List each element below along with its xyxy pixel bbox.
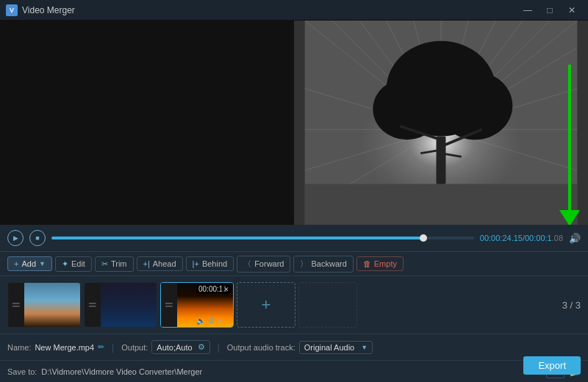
svg-rect-23 <box>437 137 446 184</box>
main-area: ▶ ■ 00:00:24.15/00:00:1.08 🔊 + Add ▼ ✦ E… <box>0 21 588 382</box>
clip-cut-icon[interactable]: ✂ <box>218 317 223 325</box>
close-button[interactable]: ✕ <box>562 0 582 21</box>
clip-row: ⏸ ⏸ ⏸ <box>0 276 588 334</box>
playback-row: ▶ ■ 00:00:24.15/00:00:1.08 🔊 <box>0 225 588 251</box>
clip-thumbnail: ⏸ 00:00:11 ✕ 🔉 ⚙ ✂ <box>161 283 233 327</box>
timeline-progress <box>51 237 423 239</box>
audio-select[interactable]: Original Audio ▼ <box>299 341 373 354</box>
edit-button[interactable]: ✦ Edit <box>55 256 92 272</box>
audio-field: Output audio track: Original Audio ▼ <box>227 341 373 354</box>
volume-icon[interactable]: 🔊 <box>569 233 581 244</box>
clip-settings-icon[interactable]: ⚙ <box>208 317 215 325</box>
clip-icon-area: ⏸ <box>85 283 101 327</box>
saveto-path: D:\Vidmore\Vidmore Video Converter\Merge… <box>41 367 542 376</box>
app-title: Video Merger <box>22 5 517 15</box>
svg-rect-22 <box>305 184 578 225</box>
audio-label: Output audio track: <box>227 343 295 352</box>
clip-icon-area: ⏸ <box>161 283 177 327</box>
saveto-label: Save to: <box>7 367 37 376</box>
timeline-bar[interactable] <box>51 237 474 239</box>
green-arrow <box>559 65 581 225</box>
clip-bg-sunset: 00:00:11 ✕ 🔉 ⚙ ✂ <box>177 283 233 327</box>
add-button[interactable]: + Add ▼ <box>7 256 52 271</box>
clip-volume-icon[interactable]: 🔉 <box>196 317 205 325</box>
ahead-icon: +| <box>143 259 150 268</box>
name-value: New Merge.mp4 <box>35 343 94 352</box>
name-label: Name: <box>7 343 31 352</box>
clip-item-selected[interactable]: ⏸ 00:00:11 ✕ 🔉 ⚙ ✂ <box>160 282 234 328</box>
clip-actions: 🔉 ⚙ ✂ <box>196 317 223 325</box>
trim-icon: ✂ <box>101 259 108 269</box>
toolbar-row: + Add ▼ ✦ Edit ✂ Trim +| Ahead |+ Behind… <box>0 251 588 276</box>
svg-point-25 <box>373 79 441 140</box>
edit-icon: ✦ <box>62 259 68 269</box>
saveto-row: Save to: D:\Vidmore\Vidmore Video Conver… <box>0 360 588 382</box>
maximize-button[interactable]: □ <box>539 0 560 21</box>
window-controls: — □ ✕ <box>517 0 582 21</box>
arrow-line <box>568 65 571 210</box>
clip-item[interactable]: ⏸ <box>7 282 81 328</box>
empty-button[interactable]: 🗑 Empty <box>356 256 404 271</box>
controls-area: ▶ ■ 00:00:24.15/00:00:1.08 🔊 + Add ▼ ✦ E… <box>0 225 588 382</box>
clip-count: 3 / 3 <box>562 300 581 311</box>
timeline-thumb[interactable] <box>420 234 427 242</box>
clip-thumbnail: ⏸ <box>8 283 80 327</box>
dropdown-icon: ▼ <box>361 344 368 351</box>
behind-icon: |+ <box>193 259 199 268</box>
film-icon: ⏸ <box>10 300 22 310</box>
ahead-button[interactable]: +| Ahead <box>137 256 183 271</box>
add-dropdown-icon: ▼ <box>39 260 46 267</box>
time-display: 00:00:24.15/00:00:1.08 <box>480 234 563 242</box>
clip-item[interactable]: ⏸ <box>84 282 157 328</box>
forward-button[interactable]: 〈 Forward <box>237 256 290 273</box>
clip-thumbnail: ⏸ <box>85 283 157 327</box>
clip-close-button[interactable]: ✕ <box>221 284 232 295</box>
film-icon: ⏸ <box>163 300 175 310</box>
stop-button[interactable]: ■ <box>29 230 46 246</box>
export-button[interactable]: Export <box>523 356 581 375</box>
play-button[interactable]: ▶ <box>7 230 24 246</box>
trash-icon: 🗑 <box>363 259 371 268</box>
backward-button[interactable]: 〉 Backward <box>293 256 353 273</box>
plus-icon: + <box>262 295 271 314</box>
app-icon: V <box>6 4 18 16</box>
film-icon: ⏸ <box>87 300 98 310</box>
gear-icon: ⚙ <box>198 342 205 352</box>
settings-row: Name: New Merge.mp4 ✏ | Output: Auto;Aut… <box>0 334 588 360</box>
behind-button[interactable]: |+ Behind <box>186 256 234 271</box>
minimize-button[interactable]: — <box>517 0 538 21</box>
add-icon: + <box>14 259 18 268</box>
titlebar: V Video Merger — □ ✕ <box>0 0 588 21</box>
clip-bg <box>24 283 80 327</box>
video-preview <box>0 21 588 225</box>
empty-slot <box>298 282 357 328</box>
edit-name-icon[interactable]: ✏ <box>98 342 104 352</box>
output-label: Output: <box>121 343 148 352</box>
add-clip-button[interactable]: + <box>237 282 295 328</box>
forward-icon: 〈 <box>243 259 251 270</box>
backward-icon: 〉 <box>300 259 308 270</box>
clip-icon-area: ⏸ <box>8 283 24 327</box>
name-field: Name: New Merge.mp4 ✏ <box>7 342 104 352</box>
video-right-panel <box>294 21 588 225</box>
output-field: Output: Auto;Auto ⚙ <box>121 340 209 354</box>
output-select[interactable]: Auto;Auto ⚙ <box>151 340 209 354</box>
video-left-panel <box>0 21 294 225</box>
trim-button[interactable]: ✂ Trim <box>95 256 134 272</box>
preview-area <box>0 21 588 225</box>
arrow-head <box>559 210 580 225</box>
clip-bg <box>101 283 157 327</box>
svg-point-26 <box>437 72 512 140</box>
